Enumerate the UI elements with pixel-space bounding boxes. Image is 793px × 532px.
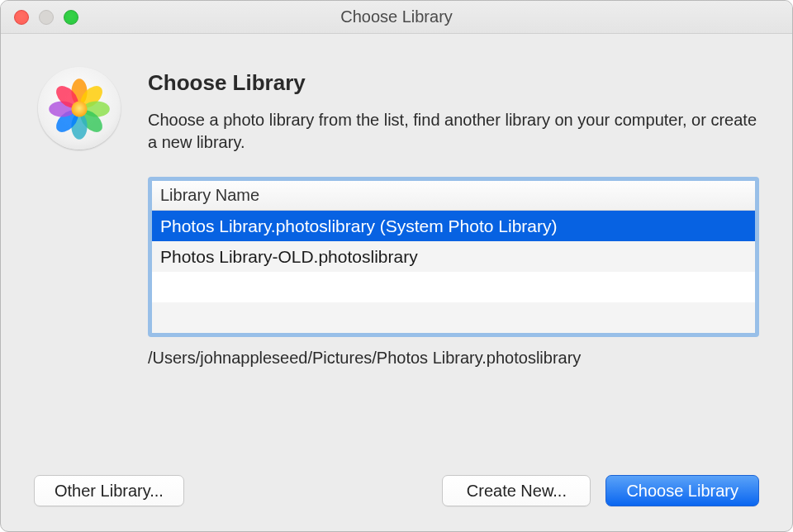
svg-point-8 [71,101,87,116]
dialog-header-text: Choose Library Choose a photo library fr… [148,67,759,154]
photos-flower-icon [46,76,112,142]
titlebar: Choose Library [1,1,792,34]
library-list-column-header[interactable]: Library Name [152,181,755,211]
selected-library-path: /Users/johnappleseed/Pictures/Photos Lib… [148,349,759,368]
dialog-header: Choose Library Choose a photo library fr… [34,67,759,154]
library-list-row[interactable]: Photos Library.photoslibrary (System Pho… [152,211,755,241]
choose-library-window: Choose Library [0,0,793,532]
library-list-body: Photos Library.photoslibrary (System Pho… [152,211,755,333]
dialog-buttons: Other Library... Create New... Choose Li… [34,450,759,506]
dialog-description: Choose a photo library from the list, fi… [148,109,759,154]
photos-app-icon [38,67,121,150]
create-new-button[interactable]: Create New... [442,475,591,506]
other-library-button[interactable]: Other Library... [34,475,184,506]
app-icon-container [34,67,125,150]
dialog-content: Choose Library Choose a photo library fr… [1,34,792,531]
library-list-row[interactable] [152,302,755,333]
window-title: Choose Library [1,7,792,26]
dialog-title: Choose Library [148,70,759,96]
library-list[interactable]: Library Name Photos Library.photoslibrar… [148,177,759,337]
window-controls [1,10,78,25]
close-icon[interactable] [14,10,29,25]
minimize-icon [39,10,54,25]
choose-library-button[interactable]: Choose Library [605,475,759,506]
library-list-area: Library Name Photos Library.photoslibrar… [148,177,759,368]
library-list-row[interactable]: Photos Library-OLD.photoslibrary [152,241,755,272]
zoom-icon[interactable] [64,10,78,25]
library-list-row[interactable] [152,272,755,302]
